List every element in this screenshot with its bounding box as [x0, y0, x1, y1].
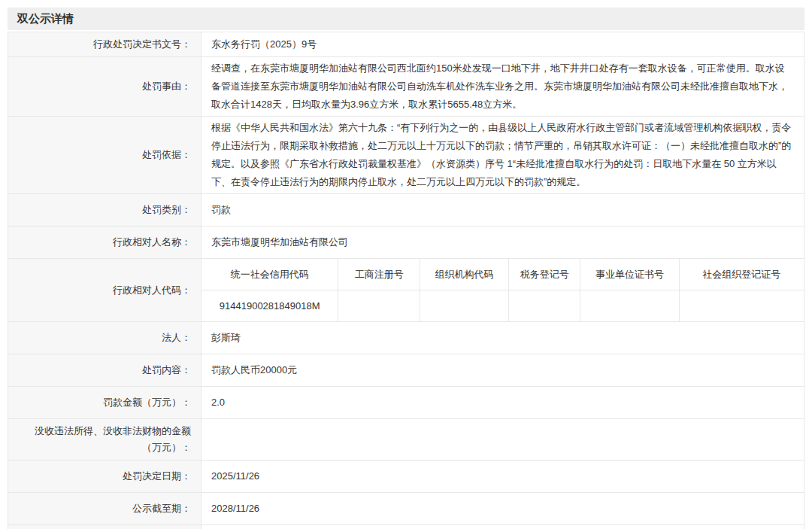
row-decision-date: 处罚决定日期： 2025/11/26: [8, 461, 804, 493]
row-value: 经调查，在东莞市塘厦明华加油站有限公司西北面约150米处发现一口地下井，地下井井…: [201, 57, 804, 117]
row-label: 行政处罚决定书文号：: [8, 32, 201, 57]
code-value-social-org-cert: [679, 290, 804, 322]
row-label: 处罚决定日期：: [8, 461, 201, 493]
code-col-header: 工商注册号: [338, 259, 420, 290]
row-value: 罚款: [201, 194, 804, 226]
code-value-institution-cert: [580, 290, 679, 322]
row-penalty-content: 处罚内容： 罚款人民币20000元: [8, 354, 804, 387]
row-value: [201, 419, 804, 461]
row-legal-person: 法人： 彭斯琦: [8, 322, 804, 354]
row-penalty-basis: 处罚依据： 根据《中华人民共和国水法》第六十九条：“有下列行为之一的，由县级以上…: [8, 117, 804, 194]
code-table-cell: 统一社会信用代码 工商注册号 组织机构代码 税务登记号 事业单位证书号 社会组织…: [201, 259, 804, 322]
row-label: 处罚依据：: [8, 117, 201, 194]
row-label: 没收违法所得、没收非法财物的金额（万元）：: [8, 419, 201, 461]
row-decision-number: 行政处罚决定书文号： 东水务行罚（2025）9号: [8, 32, 804, 57]
code-value-org-code: [420, 290, 509, 322]
code-value-uscc: 91441900281849018M: [201, 290, 338, 322]
row-label: 处罚类别：: [8, 194, 201, 226]
row-counterpart-name: 行政相对人名称： 东莞市塘厦明华加油站有限公司: [8, 226, 804, 259]
row-label: 处罚事由：: [8, 57, 201, 117]
row-counterpart-codes: 行政相对人代码： 统一社会信用代码 工商注册号 组织机构代码 税务登记号 事业单…: [8, 259, 804, 322]
row-value: 2028/11/26: [201, 493, 804, 525]
penalty-detail-table: 行政处罚决定书文号： 东水务行罚（2025）9号 处罚事由： 经调查，在东莞市塘…: [8, 32, 804, 529]
row-value: 彭斯琦: [201, 322, 804, 354]
code-value-business-reg: [338, 290, 420, 322]
row-value: 根据《中华人民共和国水法》第六十九条：“有下列行为之一的，由县级以上人民政府水行…: [201, 117, 804, 194]
page-title: 双公示详情: [8, 8, 804, 30]
row-penalty-category: 处罚类别： 罚款: [8, 194, 804, 226]
row-publicity-deadline: 公示截至期： 2028/11/26: [8, 493, 804, 525]
row-value: 东莞市塘厦明华加油站有限公司: [201, 226, 804, 259]
code-col-header: 统一社会信用代码: [201, 259, 338, 290]
penalty-detail-page: 双公示详情 行政处罚决定书文号： 东水务行罚（2025）9号 处罚事由： 经调查…: [0, 0, 812, 529]
row-label: 处罚内容：: [8, 354, 201, 387]
row-penalty-authority: 处罚机关： 东莞市水务局: [8, 525, 804, 529]
counterpart-code-table: 统一社会信用代码 工商注册号 组织机构代码 税务登记号 事业单位证书号 社会组织…: [201, 259, 804, 321]
row-value: 罚款人民币20000元: [201, 354, 804, 387]
row-label: 行政相对人名称：: [8, 226, 201, 259]
code-value-tax-reg: [508, 290, 580, 322]
row-value: 2.0: [201, 387, 804, 419]
row-label: 法人：: [8, 322, 201, 354]
code-col-header: 组织机构代码: [420, 259, 509, 290]
row-fine-amount: 罚款金额（万元）： 2.0: [8, 387, 804, 419]
code-table-value-row: 91441900281849018M: [201, 290, 804, 322]
row-confiscation-amount: 没收违法所得、没收非法财物的金额（万元）：: [8, 419, 804, 461]
row-value: 东莞市水务局: [201, 525, 804, 529]
row-value: 东水务行罚（2025）9号: [201, 32, 804, 57]
code-col-header: 事业单位证书号: [580, 259, 679, 290]
row-label: 行政相对人代码：: [8, 259, 201, 322]
code-col-header: 税务登记号: [508, 259, 580, 290]
row-value: 2025/11/26: [201, 461, 804, 493]
row-label: 罚款金额（万元）：: [8, 387, 201, 419]
code-table-header-row: 统一社会信用代码 工商注册号 组织机构代码 税务登记号 事业单位证书号 社会组织…: [201, 259, 804, 290]
row-label: 处罚机关：: [8, 525, 201, 529]
row-label: 公示截至期：: [8, 493, 201, 525]
row-penalty-reason: 处罚事由： 经调查，在东莞市塘厦明华加油站有限公司西北面约150米处发现一口地下…: [8, 57, 804, 117]
code-col-header: 社会组织登记证号: [679, 259, 804, 290]
